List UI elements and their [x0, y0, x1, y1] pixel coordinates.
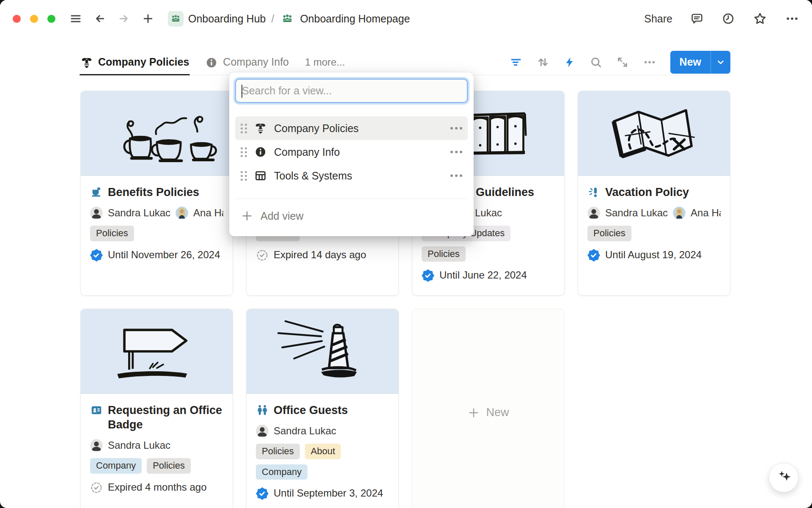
info-icon [205, 56, 218, 69]
breadcrumb-item-onboarding-hub[interactable]: Onboarding Hub [168, 11, 266, 27]
two-people-icon [256, 404, 269, 417]
bee-icon [80, 56, 93, 69]
new-card-placeholder[interactable]: New [412, 309, 565, 508]
status-text: Until June 22, 2024 [439, 269, 527, 281]
avatar [90, 439, 103, 452]
share-button[interactable]: Share [644, 13, 672, 25]
sort-icon[interactable] [536, 55, 550, 69]
view-item-label: Company Policies [274, 122, 359, 135]
view-item-menu-icon[interactable] [450, 174, 462, 177]
verified-badge-icon [587, 249, 600, 262]
view-item-company-policies[interactable]: Company Policies [235, 116, 468, 140]
card-office-guests[interactable]: Office Guests Sandra Lukac Policies Abou… [246, 309, 399, 508]
new-entry-button[interactable]: New [670, 51, 710, 74]
card-people: Sandra Lukac [90, 439, 223, 452]
card-status: Expired 4 months ago [90, 480, 223, 494]
views-list: Company Policies Company Info Tools & Sy… [235, 116, 468, 188]
status-text: Expired 14 days ago [274, 249, 366, 261]
card-tags: Policies [90, 226, 223, 241]
more-views-link[interactable]: 1 more... [305, 56, 345, 68]
person-name: Lukac [475, 207, 502, 219]
sidebar-menu-icon[interactable] [69, 12, 82, 25]
card-status: Expired 14 days ago [256, 248, 389, 262]
card-cover-lighthouse [247, 309, 398, 394]
tag: Policies [587, 226, 631, 241]
tag: Company [256, 464, 307, 480]
status-text: Until August 19, 2024 [605, 249, 702, 261]
drag-handle-icon[interactable] [241, 147, 247, 157]
tab-company-info[interactable]: Company Info [205, 49, 289, 75]
card-status: Until June 22, 2024 [422, 268, 555, 282]
view-tabs-toolbar: Company Policies Company Info 1 more... [80, 49, 730, 75]
team-icon [280, 11, 295, 27]
ai-assistant-button[interactable] [769, 463, 798, 492]
tag: Company [90, 458, 142, 474]
card-status: Until August 19, 2024 [587, 248, 721, 262]
card-benefits-policies[interactable]: Benefits Policies Sandra Lukac Ana Ha Po… [80, 91, 233, 295]
view-item-tools-systems[interactable]: Tools & Systems [235, 164, 468, 188]
bee-icon [254, 122, 267, 135]
view-item-menu-icon[interactable] [450, 151, 462, 153]
traffic-lights [13, 15, 55, 23]
card-people: Sandra Lukac Ana Ha [90, 207, 223, 219]
card-requesting-office-badge[interactable]: Requesting an Office Badge Sandra Lukac … [80, 309, 233, 508]
card-tags: Policies [587, 226, 721, 241]
tag: Policies [256, 444, 300, 459]
back-icon[interactable] [93, 12, 107, 25]
breadcrumb-separator: / [271, 13, 274, 25]
add-view-button[interactable]: Add view [235, 204, 468, 228]
forward-icon[interactable] [117, 12, 131, 25]
avatar [673, 207, 686, 219]
status-text: Until September 3, 2024 [274, 487, 383, 499]
favorite-star-icon[interactable] [753, 11, 767, 26]
alert-exclamation-icon [587, 186, 600, 199]
expired-check-icon [90, 481, 103, 494]
drag-handle-icon[interactable] [241, 124, 247, 133]
chevron-down-icon[interactable] [711, 51, 730, 74]
card-title: Benefits Policies [108, 185, 199, 199]
view-item-company-info[interactable]: Company Info [235, 140, 468, 164]
person-name: Ana Hau [691, 207, 721, 219]
breadcrumb-label: Onboarding Homepage [300, 13, 410, 25]
expand-icon[interactable] [616, 56, 629, 69]
tab-company-policies[interactable]: Company Policies [80, 49, 189, 75]
verified-badge-icon [256, 487, 269, 500]
id-badge-icon [90, 404, 103, 417]
status-text: Until November 26, 2024 [108, 249, 220, 261]
history-clock-icon[interactable] [721, 12, 735, 25]
card-title: Office Guests [274, 403, 348, 417]
person-name: Ana Ha [193, 207, 223, 219]
text-cursor [241, 85, 242, 98]
breadcrumb-item-onboarding-homepage[interactable]: Onboarding Homepage [280, 11, 410, 27]
new-entry-split-button: New [670, 51, 730, 74]
card-vacation-policy[interactable]: Vacation Policy Sandra Lukac Ana Hau Pol… [578, 91, 730, 295]
more-options-icon[interactable] [785, 11, 799, 26]
sparkles-icon [775, 469, 792, 486]
app-window: Onboarding Hub / Onboarding Homepage Sha… [0, 0, 812, 508]
status-text: Expired 4 months ago [108, 481, 206, 493]
new-page-icon[interactable] [141, 12, 155, 25]
automation-lightning-icon[interactable] [564, 56, 576, 68]
minimize-window-button[interactable] [30, 15, 38, 23]
zoom-window-button[interactable] [47, 15, 55, 23]
person-name: Sandra Lukac [108, 207, 170, 219]
card-tags: Policies About Company [256, 444, 389, 480]
view-options-icon[interactable] [643, 55, 656, 69]
verified-badge-icon [422, 269, 434, 282]
breadcrumb: Onboarding Hub / Onboarding Homepage [168, 11, 410, 27]
view-search-input[interactable] [242, 85, 461, 97]
search-icon[interactable] [590, 56, 602, 69]
view-item-menu-icon[interactable] [450, 127, 462, 130]
card-cover-folded-map [578, 91, 730, 176]
tab-label: Company Info [223, 56, 289, 68]
avatar [90, 207, 103, 219]
filter-icon[interactable] [510, 56, 522, 69]
drag-handle-icon[interactable] [241, 171, 247, 181]
card-cover-signpost [81, 309, 233, 394]
tag: About [305, 444, 341, 459]
verified-badge-icon [90, 249, 103, 262]
comments-icon[interactable] [690, 12, 704, 25]
view-search-field[interactable] [235, 79, 468, 103]
plus-icon [467, 406, 480, 419]
close-window-button[interactable] [13, 15, 21, 23]
